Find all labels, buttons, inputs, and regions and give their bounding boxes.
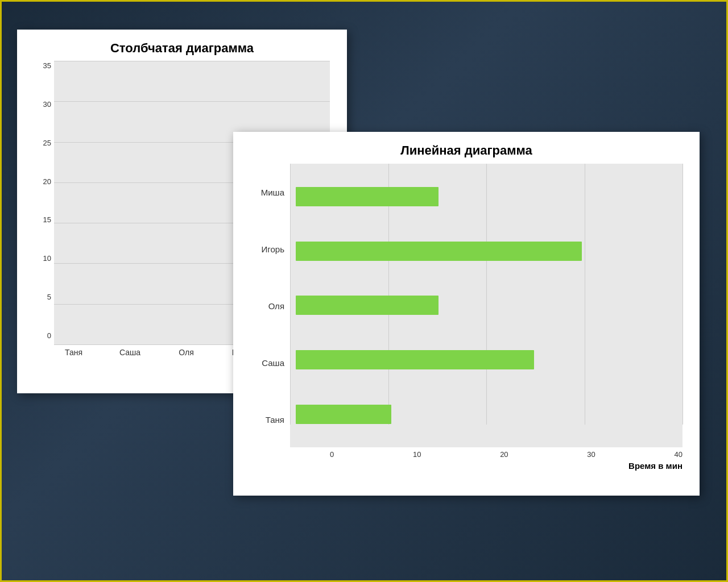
y-label: 10 xyxy=(34,254,51,263)
x-hbar-label: 40 xyxy=(675,450,682,459)
hbar-row xyxy=(296,182,677,211)
hbar-plot: МишаИгорьОляСашаТаня 010203040 Время в м… xyxy=(250,164,682,471)
x-hbar-label: 30 xyxy=(587,450,595,459)
hbar-grid xyxy=(290,164,682,447)
hbar-rect xyxy=(296,242,582,261)
y-label: 15 xyxy=(34,215,51,224)
y-label: 25 xyxy=(34,139,51,147)
x-axis-hbar: 010203040 xyxy=(330,447,682,459)
bar-chart-card: Столбчатая диаграмма 05101520253035 Таня… xyxy=(17,30,347,393)
bar-chart-area: 05101520253035 ТаняСашаОляИгорьМиша xyxy=(34,61,330,357)
y-label: 0 xyxy=(34,331,51,340)
x-axis-label-container: 010203040 xyxy=(290,447,682,459)
x-label: Саша xyxy=(110,348,150,357)
vgrid-line xyxy=(682,164,683,425)
hbar-row xyxy=(296,346,677,374)
x-hbar-label: 20 xyxy=(500,450,508,459)
hbar-rect xyxy=(296,405,391,424)
y-axis-labels: 05101520253035 xyxy=(34,61,54,357)
bar-grid xyxy=(54,61,330,345)
hbar-row xyxy=(296,400,677,429)
bar-plot: ТаняСашаОляИгорьМиша xyxy=(54,61,330,357)
y-label: 20 xyxy=(34,177,51,186)
x-label: Оля xyxy=(167,348,206,357)
y-name-label: Саша xyxy=(250,358,284,368)
bar-chart-title: Столбчатая диаграмма xyxy=(34,41,330,56)
y-name-label: Таня xyxy=(250,415,284,425)
hbar-chart-area: МишаИгорьОляСашаТаня 010203040 Время в м… xyxy=(250,164,682,471)
hbar-rect xyxy=(296,350,534,369)
x-axis-title: Время в мин xyxy=(290,459,682,471)
x-hbar-label: 10 xyxy=(413,450,421,459)
slide-container: Столбчатая диаграмма 05101520253035 Таня… xyxy=(17,18,711,564)
x-hbar-label: 0 xyxy=(330,450,334,459)
hbar-rect xyxy=(296,187,439,206)
hbar-row xyxy=(296,291,677,319)
y-label: 5 xyxy=(34,293,51,301)
x-label: Таня xyxy=(54,348,93,357)
hbar-row xyxy=(296,237,677,265)
y-label: 35 xyxy=(34,61,51,70)
hbar-chart-card: Линейная диаграмма МишаИгорьОляСашаТаня … xyxy=(233,132,700,496)
hbar-rect xyxy=(296,296,439,315)
y-label: 30 xyxy=(34,100,51,109)
